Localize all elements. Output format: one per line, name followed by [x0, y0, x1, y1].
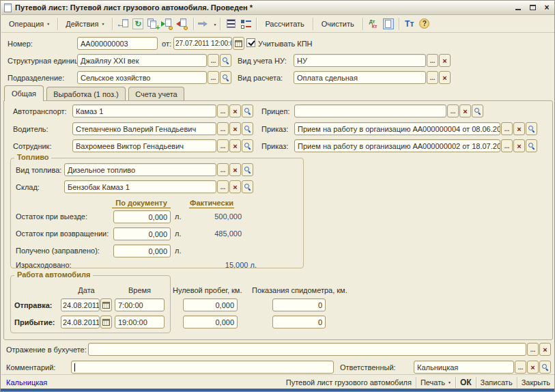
list-settings-button[interactable]: [224, 17, 238, 31]
clear-button[interactable]: ×: [539, 343, 551, 356]
department-field[interactable]: Сельское хозяйство ...: [77, 71, 231, 84]
green-arrow-icon: [161, 21, 165, 27]
open-button[interactable]: [242, 104, 253, 117]
tab-general[interactable]: Общая: [4, 85, 44, 101]
employee-order-field[interactable]: Прием на работу в организацию АА00000000…: [294, 139, 537, 152]
nu-kind-field[interactable]: НУ ... ×: [294, 54, 451, 67]
tab-output[interactable]: Выработка (1 поз.): [46, 87, 126, 100]
tab-accounts[interactable]: Счета учета: [128, 87, 184, 100]
clear-button[interactable]: ×: [513, 139, 525, 152]
magnifier-icon: [244, 167, 251, 173]
open-button[interactable]: [526, 139, 537, 152]
select-button[interactable]: ...: [217, 139, 229, 152]
copy-button[interactable]: +: [146, 17, 160, 31]
employee-field[interactable]: Вахромеев Виктор Генадьевич ... ×: [72, 139, 253, 152]
print-button[interactable]: Печать▼: [421, 378, 451, 387]
refresh-button[interactable]: ↻: [131, 17, 145, 31]
open-button[interactable]: [242, 139, 253, 152]
post-document-button[interactable]: [161, 17, 175, 31]
structure-button[interactable]: [239, 17, 253, 31]
structural-unit-field[interactable]: Джайляу XXI век ...: [77, 54, 231, 67]
save-button[interactable]: ←: [116, 17, 130, 31]
open-button[interactable]: [220, 71, 231, 84]
calc-kind-field[interactable]: Оплата сдельная ... ×: [294, 71, 451, 84]
open-button[interactable]: [526, 122, 537, 135]
clear-button[interactable]: ×: [513, 122, 525, 135]
comment-field[interactable]: [71, 361, 334, 374]
fuel-doc-field[interactable]: 0,000: [113, 244, 171, 257]
select-button[interactable]: ...: [427, 71, 438, 84]
clear-button[interactable]: ×: [459, 104, 471, 117]
arrival-time-field[interactable]: 19:00:00: [115, 316, 165, 328]
select-button[interactable]: ...: [527, 343, 539, 356]
departure-time-field[interactable]: 7:00:00: [115, 298, 165, 311]
open-button[interactable]: [242, 163, 253, 176]
clear-button[interactable]: ×: [229, 163, 241, 176]
date-field[interactable]: 27.07.2011 12:00:00: [173, 37, 244, 50]
separator: [362, 18, 363, 30]
unpost-document-button[interactable]: [176, 17, 190, 31]
description-button[interactable]: Тт: [403, 17, 416, 31]
trailer-field[interactable]: ... ×: [294, 104, 483, 117]
select-button[interactable]: ...: [217, 180, 229, 193]
select-button[interactable]: ...: [217, 122, 229, 135]
nu-kind-value: НУ: [297, 57, 307, 65]
debit-credit-button[interactable]: Дт Кт: [367, 17, 380, 31]
select-button[interactable]: ...: [501, 139, 513, 152]
go-to-button[interactable]: ▼: [197, 17, 216, 31]
select-button[interactable]: ...: [208, 54, 219, 67]
clear-button[interactable]: ×: [229, 139, 241, 152]
close-form-button[interactable]: Закрыть: [522, 378, 550, 387]
calendar-button[interactable]: [233, 37, 244, 50]
responsible-field[interactable]: Кальницкая ... ×: [414, 361, 551, 374]
calculate-button[interactable]: Рассчитать: [259, 18, 309, 30]
close-button[interactable]: ×: [541, 3, 552, 12]
clear-button[interactable]: ×: [229, 180, 241, 193]
select-button[interactable]: ...: [515, 361, 526, 374]
driver-order-field[interactable]: Прием на работу в организацию АА00000000…: [294, 122, 537, 135]
select-button[interactable]: ...: [427, 54, 438, 67]
clear-button[interactable]: Очистить: [316, 18, 360, 30]
open-button[interactable]: [539, 361, 551, 374]
select-button[interactable]: ...: [217, 163, 229, 176]
departure-date-field[interactable]: 24.08.2011: [61, 298, 112, 311]
select-button[interactable]: ...: [208, 71, 219, 84]
select-button[interactable]: ...: [501, 122, 513, 135]
help-button[interactable]: ?: [418, 17, 431, 31]
operation-menu[interactable]: Операция▼: [4, 18, 55, 30]
ok-button[interactable]: ОК: [460, 378, 472, 387]
select-button[interactable]: ...: [217, 104, 229, 117]
clear-button[interactable]: ×: [439, 71, 451, 84]
kpn-checkbox[interactable]: [246, 38, 255, 47]
open-button[interactable]: [242, 180, 253, 193]
arrival-date-field[interactable]: 24.08.2011: [61, 316, 112, 328]
fuel-type-field[interactable]: Дизельное топливо ... ×: [64, 163, 253, 176]
calendar-button[interactable]: [100, 298, 112, 311]
clear-button[interactable]: ×: [229, 104, 241, 117]
clear-button[interactable]: ×: [439, 54, 451, 67]
open-button[interactable]: [472, 104, 483, 117]
coin-icon: [169, 26, 173, 30]
fuel-doc-field[interactable]: 0,000: [113, 210, 171, 223]
minimize-button[interactable]: [513, 3, 524, 12]
goto-arrow-icon: [198, 23, 203, 25]
clear-button[interactable]: ×: [229, 122, 241, 135]
calendar-icon: [102, 302, 110, 309]
calendar-button[interactable]: [100, 316, 112, 328]
select-button[interactable]: ...: [447, 104, 459, 117]
number-field[interactable]: АА000000003: [77, 37, 158, 50]
actions-menu-label: Действия: [66, 20, 98, 28]
open-button[interactable]: [220, 54, 231, 67]
write-button[interactable]: Записать: [481, 378, 513, 387]
clear-button[interactable]: ×: [527, 361, 539, 374]
actions-menu[interactable]: Действия▼: [61, 18, 109, 30]
warehouse-field[interactable]: Бензобак Камаз 1 ... ×: [64, 180, 253, 193]
driver-field[interactable]: Степанченко Валерий Генадьевич ... ×: [72, 122, 253, 135]
document-report-button[interactable]: [382, 17, 395, 31]
column-header-date: Дата: [61, 286, 112, 294]
vehicle-field[interactable]: Камаз 1 ... ×: [72, 104, 253, 117]
maximize-button[interactable]: [527, 3, 538, 12]
open-button[interactable]: [242, 122, 253, 135]
fuel-doc-field[interactable]: 0,000: [113, 227, 171, 240]
accounting-field[interactable]: ... ×: [88, 343, 551, 356]
